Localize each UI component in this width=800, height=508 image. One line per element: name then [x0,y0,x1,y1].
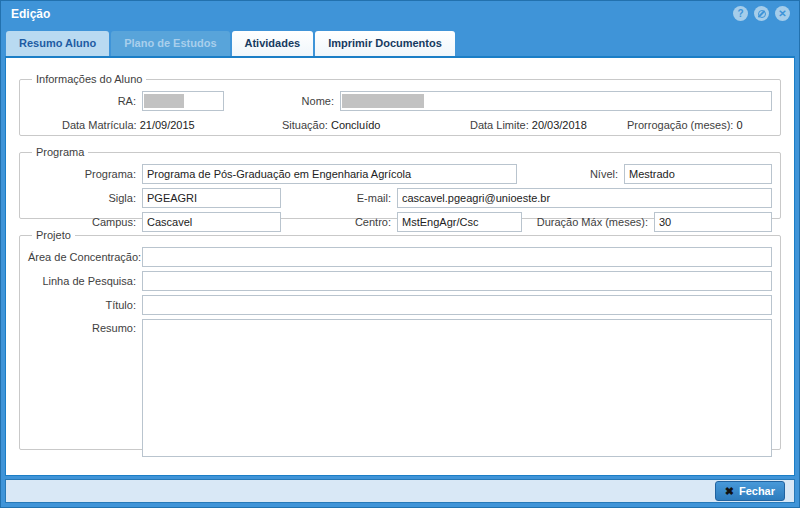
resumo-label: Resumo: [28,322,136,334]
tab-resumo-aluno[interactable]: Resumo Aluno [6,31,109,56]
titulo-label: Título: [28,299,136,311]
ra-label: RA: [28,95,136,107]
fechar-button-label: Fechar [739,485,775,497]
tab-imprimir-documentos[interactable]: Imprimir Documentos [315,31,455,56]
data-matricula-label: Data Matrícula: [62,119,137,131]
nivel-input[interactable] [624,164,772,184]
data-matricula-value: 21/09/2015 [140,119,195,131]
centro-label: Centro: [281,216,391,228]
prorrogacao-value: 0 [736,119,742,131]
data-limite-label: Data Limite: [470,119,529,131]
tab-panel-body: Informações do Aluno RA: Nome: Data Matr… [5,56,795,476]
prohibit-icon[interactable] [754,6,769,21]
sigla-label: Sigla: [28,192,136,204]
programa-input[interactable] [142,164,517,184]
nome-redaction-block [342,94,424,108]
edit-dialog-window: Edição ? ✕ Resumo Aluno Plano de Estudos… [0,0,800,508]
situacao-value: Concluído [331,119,381,131]
resumo-textarea[interactable] [142,319,772,457]
titlebar-tools: ? ✕ [733,6,790,21]
sigla-input[interactable] [142,188,281,208]
linha-pesquisa-label: Linha de Pesquisa: [28,275,136,287]
fechar-button[interactable]: ✖ Fechar [715,481,785,501]
area-concentracao-label: Área de Concentração: [28,251,136,263]
nivel-label: Nível: [517,168,618,180]
nome-field-wrap [340,91,772,111]
nome-label: Nome: [224,95,334,107]
fieldset-projeto: Projeto Área de Concentração: Linha de P… [19,229,781,450]
dialog-title: Edição [11,7,50,21]
ra-redaction-block [144,94,184,108]
campus-label: Campus: [28,216,136,228]
help-icon[interactable]: ? [733,6,748,21]
situacao-label: Situação: [282,119,328,131]
tab-atividades[interactable]: Atividades [232,31,314,56]
centro-input[interactable] [397,212,522,232]
campus-input[interactable] [142,212,281,232]
duracao-max-label: Duração Máx (meses): [522,216,648,228]
dialog-titlebar[interactable]: Edição [1,1,799,27]
close-icon[interactable]: ✕ [775,6,790,21]
data-matricula: Data Matrícula: 21/09/2015 [62,119,195,131]
fieldset-programa: Programa Programa: Nível: Sigla: E-mail:… [19,146,781,219]
fieldset-informacoes-legend: Informações do Aluno [32,73,146,85]
fieldset-projeto-legend: Projeto [32,229,75,241]
data-limite: Data Limite: 20/03/2018 [470,119,587,131]
fieldset-programa-legend: Programa [32,146,88,158]
prorrogacao-label: Prorrogação (meses): [627,119,733,131]
close-x-icon: ✖ [725,485,734,498]
linha-pesquisa-input[interactable] [142,271,772,291]
situacao: Situação: Concluído [282,119,380,131]
dialog-footer: ✖ Fechar [5,479,795,503]
ra-field-wrap [142,91,224,111]
tab-bar: Resumo Aluno Plano de Estudos Atividades… [1,27,799,56]
email-label: E-mail: [281,192,391,204]
fieldset-informacoes-do-aluno: Informações do Aluno RA: Nome: Data Matr… [19,73,781,136]
duracao-max-input[interactable] [654,212,772,232]
prorrogacao: Prorrogação (meses): 0 [627,119,743,131]
area-concentracao-input[interactable] [142,247,772,267]
titulo-input[interactable] [142,295,772,315]
student-dates-row: Data Matrícula: 21/09/2015 Situação: Con… [28,119,772,136]
email-input[interactable] [397,188,772,208]
tab-plano-de-estudos: Plano de Estudos [111,31,229,56]
programa-label: Programa: [28,168,136,180]
data-limite-value: 20/03/2018 [532,119,587,131]
